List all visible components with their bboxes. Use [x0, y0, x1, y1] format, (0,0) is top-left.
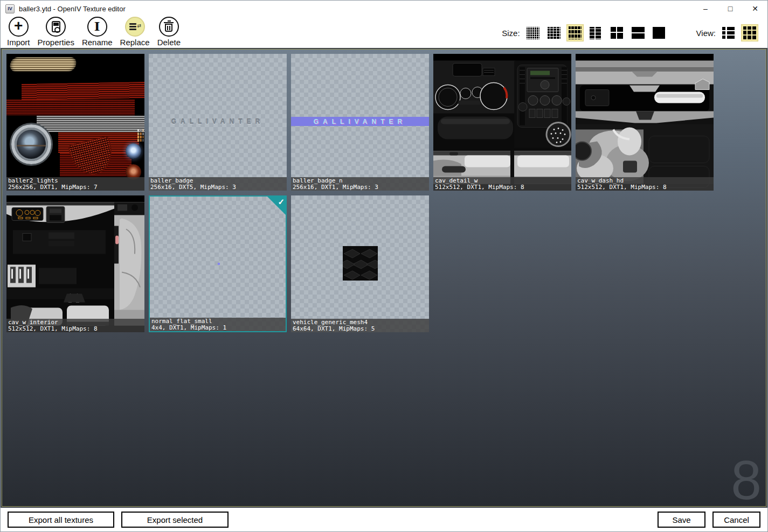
badge-text: GALLIVANTER: [149, 118, 287, 125]
size-option-5-icon[interactable]: [608, 24, 626, 41]
dashboard-art: [433, 54, 571, 191]
checkmark-icon: ✓: [278, 197, 285, 207]
replace-label: Replace: [120, 38, 150, 47]
view-option-list-icon[interactable]: [720, 24, 737, 41]
window-title: baller3.ytd - OpenIV Texture editor: [19, 5, 126, 13]
footer-bar: Export all textures Export selected Save…: [1, 508, 767, 531]
texture-tile-baller2-lights[interactable]: baller2_lights 256x256, DXT1, MipMaps: 7: [6, 54, 144, 191]
texture-editor-window: IV baller3.ytd - OpenIV Texture editor –…: [0, 0, 768, 532]
normal-pixel: [218, 263, 220, 265]
texture-label: baller_badge 256x16, DXT5, MipMaps: 3: [149, 177, 287, 191]
texture-tile-cav-detail-w[interactable]: cav_detail_w 512x512, DXT1, MipMaps: 8: [433, 54, 571, 191]
content-frame: baller2_lights 256x256, DXT1, MipMaps: 7…: [1, 48, 767, 508]
minimize-button[interactable]: –: [693, 1, 718, 17]
mesh-pattern: [343, 246, 378, 281]
texture-label: cav_w_dash_hd 512x512, DXT1, MipMaps: 8: [576, 177, 714, 191]
openiv-app-icon: IV: [5, 4, 15, 13]
texture-meta: 64x64, DXT1, MipMaps: 5: [293, 326, 429, 332]
texture-meta: 512x512, DXT1, MipMaps: 8: [8, 326, 144, 332]
texture-tile-cav-w-interior[interactable]: cav_w_interior 512x512, DXT1, MipMaps: 8: [6, 195, 144, 332]
badge-text: GALLIVANTER: [291, 118, 429, 125]
texture-tile-baller-badge-n[interactable]: GALLIVANTER baller_badge_n 256x16, DXT1,…: [291, 54, 429, 191]
delete-button[interactable]: Delete: [157, 17, 181, 47]
rename-label: Rename: [82, 38, 113, 47]
size-option-3-icon[interactable]: [566, 24, 584, 41]
properties-label: Properties: [38, 38, 74, 47]
titlebar: IV baller3.ytd - OpenIV Texture editor –…: [1, 1, 767, 17]
interior-art: [6, 195, 144, 332]
export-all-textures-button[interactable]: Export all textures: [8, 512, 114, 528]
texture-thumbnail: [433, 54, 571, 191]
texture-meta: 256x16, DXT1, MipMaps: 3: [293, 184, 429, 191]
text-cursor-icon: I: [94, 20, 100, 32]
normal-map-strip: GALLIVANTER: [291, 117, 429, 126]
import-button[interactable]: + Import: [7, 17, 30, 47]
texture-label: baller2_lights 256x256, DXT1, MipMaps: 7: [6, 177, 144, 191]
delete-label: Delete: [157, 38, 181, 47]
texture-tile-normal-flat-small[interactable]: ✓ normal_flat_small 4x4, DXT1, MipMaps: …: [149, 195, 287, 332]
mesh-swatch: [343, 246, 378, 281]
texture-label: normal_flat_small 4x4, DXT1, MipMaps: 1: [150, 318, 286, 331]
export-selected-button[interactable]: Export selected: [121, 512, 229, 528]
toolbar-right-group: Size: View:: [502, 17, 762, 48]
size-option-4-icon[interactable]: [587, 24, 605, 41]
texture-meta: 512x512, DXT1, MipMaps: 8: [435, 184, 571, 191]
texture-label: vehicle_generic_mesh4 64x64, DXT1, MipMa…: [291, 319, 429, 332]
texture-label: baller_badge_n 256x16, DXT1, MipMaps: 3: [291, 177, 429, 191]
replace-icon: ⇄: [129, 23, 140, 31]
texture-tile-cav-w-dash-hd[interactable]: cav_w_dash_hd 512x512, DXT1, MipMaps: 8: [576, 54, 714, 191]
texture-thumbnail: [576, 54, 714, 191]
texture-thumbnail: [6, 195, 144, 332]
texture-tile-baller-badge[interactable]: GALLIVANTER baller_badge 256x16, DXT5, M…: [149, 54, 287, 191]
view-label: View:: [696, 29, 716, 38]
size-option-7-icon[interactable]: [651, 24, 668, 41]
trash-icon: [165, 24, 172, 32]
texture-meta: 256x16, DXT5, MipMaps: 3: [150, 184, 287, 191]
texture-meta: 512x512, DXT1, MipMaps: 8: [577, 184, 714, 191]
size-option-2-icon[interactable]: [545, 24, 563, 41]
size-option-1-icon[interactable]: [524, 24, 542, 41]
view-option-grid-icon[interactable]: [741, 24, 758, 41]
texture-thumbnail: [150, 197, 286, 331]
save-button[interactable]: Save: [658, 512, 705, 528]
close-button[interactable]: ✕: [743, 1, 767, 17]
texture-count-watermark: 8: [731, 456, 762, 506]
texture-label: cav_detail_w 512x512, DXT1, MipMaps: 8: [433, 177, 571, 191]
texture-tile-vehicle-generic-mesh4[interactable]: vehicle_generic_mesh4 64x64, DXT1, MipMa…: [291, 195, 429, 332]
texture-meta: 256x256, DXT1, MipMaps: 7: [8, 184, 144, 191]
size-label: Size:: [502, 29, 520, 38]
texture-meta: 4x4, DXT1, MipMaps: 1: [151, 325, 286, 331]
texture-thumbnail: GALLIVANTER: [149, 54, 287, 191]
cancel-button[interactable]: Cancel: [712, 512, 760, 528]
texture-label: cav_w_interior 512x512, DXT1, MipMaps: 8: [6, 319, 144, 332]
import-label: Import: [7, 38, 30, 47]
replace-button[interactable]: ⇄ Replace: [120, 17, 150, 47]
rename-button[interactable]: I Rename: [82, 17, 113, 47]
properties-button[interactable]: Properties: [38, 17, 74, 47]
toolbar: + Import Properties I Rename ⇄ Replace D…: [1, 17, 767, 48]
texture-thumbnail: [6, 54, 144, 191]
dash-hd-art: [576, 54, 714, 191]
window-controls: – □ ✕: [693, 1, 767, 17]
texture-panel: baller2_lights 256x256, DXT1, MipMaps: 7…: [2, 49, 766, 507]
properties-icon: [52, 21, 60, 32]
maximize-button[interactable]: □: [718, 1, 743, 17]
texture-grid: baller2_lights 256x256, DXT1, MipMaps: 7…: [2, 50, 766, 506]
plus-icon: +: [14, 18, 23, 33]
texture-thumbnail: GALLIVANTER: [291, 54, 429, 191]
size-option-6-icon[interactable]: [629, 24, 647, 41]
texture-thumbnail: [291, 195, 429, 332]
